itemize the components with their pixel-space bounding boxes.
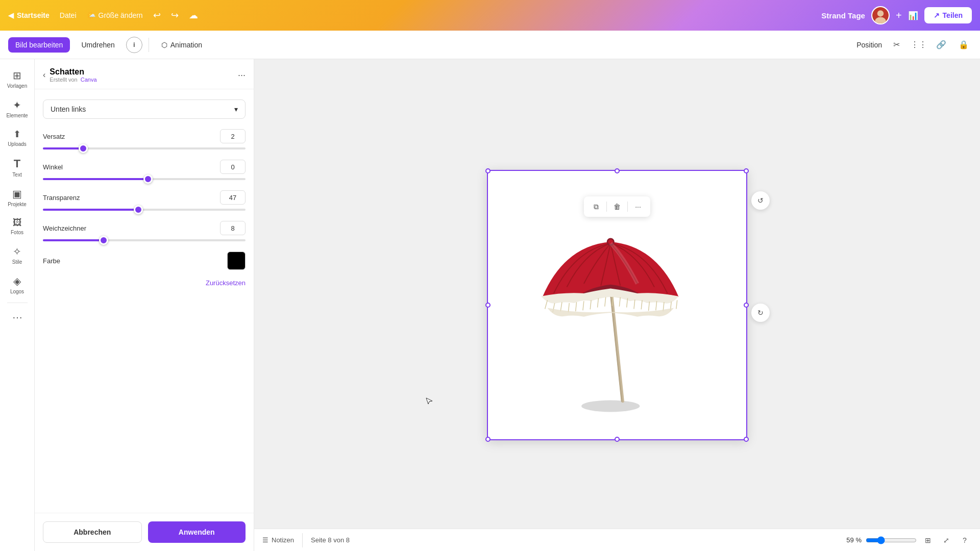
link-icon[interactable]: 🔗 xyxy=(933,37,949,53)
sun-icon: 🌤️ xyxy=(87,11,95,19)
handle-middle-left[interactable] xyxy=(485,303,491,308)
sidebar-item-projekte[interactable]: ▣ Projekte xyxy=(2,184,33,211)
handle-bottom-left[interactable] xyxy=(485,437,491,442)
cursor xyxy=(425,397,433,405)
handle-top-left[interactable] xyxy=(485,168,491,173)
sidebar-divider xyxy=(7,303,28,303)
edit-image-button[interactable]: Bild bearbeiten xyxy=(8,37,70,53)
versatz-slider[interactable] xyxy=(43,147,246,149)
handle-bottom-center[interactable] xyxy=(615,437,620,442)
weichzeichner-slider[interactable] xyxy=(43,239,246,241)
notes-button[interactable]: ☰ Notizen xyxy=(262,536,294,544)
stile-icon: ✧ xyxy=(13,245,21,258)
svg-line-13 xyxy=(619,297,620,307)
panel-title: Schatten xyxy=(50,67,96,77)
flip-button[interactable]: Umdrehen xyxy=(74,37,121,53)
transparenz-slider[interactable] xyxy=(43,209,246,211)
handle-middle-right[interactable] xyxy=(744,303,749,308)
animation-icon: ⬡ xyxy=(161,41,167,49)
cancel-button[interactable]: Abbrechen xyxy=(43,521,142,543)
svg-line-10 xyxy=(598,298,599,308)
fringe-band2 xyxy=(547,308,674,317)
svg-line-15 xyxy=(634,299,635,309)
dropdown-value: Unten links xyxy=(51,105,86,113)
zoom-slider[interactable] xyxy=(866,536,917,544)
grid-view-button[interactable]: ⊞ xyxy=(921,533,935,547)
weichzeichner-row: Weichzeichner 8 xyxy=(43,221,246,241)
toolbar-right: Position ✂ ⋮⋮ 🔗 🔒 xyxy=(856,37,972,53)
more-options-button[interactable]: ··· xyxy=(238,70,246,81)
transparenz-label: Transparenz xyxy=(43,194,80,202)
refresh-button[interactable]: ↺ xyxy=(751,191,770,210)
cloud-save-button[interactable]: ☁ xyxy=(189,10,198,21)
sidebar-item-uploads[interactable]: ⬆ Uploads xyxy=(2,124,33,151)
home-label: Startseite xyxy=(17,11,50,19)
winkel-slider[interactable] xyxy=(43,178,246,180)
lock-icon[interactable]: 🔒 xyxy=(955,37,972,53)
grid-icon[interactable]: ⋮⋮ xyxy=(911,37,927,53)
farbe-row: Farbe xyxy=(43,252,246,270)
apply-button[interactable]: Anwenden xyxy=(148,521,246,543)
status-separator xyxy=(302,533,303,547)
resize-button[interactable]: 🌤️ Größe ändern xyxy=(87,11,143,19)
winkel-value[interactable]: 0 xyxy=(220,160,246,174)
winkel-label: Winkel xyxy=(43,163,63,171)
position-dropdown[interactable]: Unten links ▾ xyxy=(43,99,246,119)
color-swatch[interactable] xyxy=(227,252,246,270)
share-button[interactable]: ↗ Teilen xyxy=(924,7,972,23)
analytics-button[interactable]: 📊 xyxy=(908,11,918,20)
crop-icon[interactable]: ✂ xyxy=(888,37,904,53)
creator-link[interactable]: Canva xyxy=(81,77,97,83)
home-button[interactable]: ◀ Startseite xyxy=(8,11,50,19)
file-menu[interactable]: Datei xyxy=(60,11,77,19)
sidebar: ⊞ Vorlagen ✦ Elemente ⬆ Uploads T Text ▣… xyxy=(0,59,35,551)
uploads-label: Uploads xyxy=(8,141,27,147)
svg-point-2 xyxy=(875,17,886,24)
elemente-label: Elemente xyxy=(6,113,28,118)
undo-button[interactable]: ↩ xyxy=(153,10,161,21)
fullscreen-button[interactable]: ⤢ xyxy=(939,533,953,547)
back-button[interactable]: ‹ xyxy=(43,70,45,80)
notes-label: Notizen xyxy=(272,536,294,544)
panel-body: Unten links ▾ Versatz 2 Winkel 0 xyxy=(35,89,254,513)
versatz-value[interactable]: 2 xyxy=(220,129,246,143)
handle-bottom-right[interactable] xyxy=(744,437,749,442)
handle-top-right[interactable] xyxy=(744,168,749,173)
user-avatar[interactable] xyxy=(871,6,890,24)
sidebar-item-logos[interactable]: ◈ Logos xyxy=(2,271,33,298)
canvas[interactable]: ⧉ 🗑 ··· xyxy=(487,170,747,440)
weichzeichner-value[interactable]: 8 xyxy=(220,221,246,235)
handle-top-center[interactable] xyxy=(615,168,620,173)
reset-button[interactable]: Zurücksetzen xyxy=(206,279,246,287)
transparenz-row: Transparenz 47 xyxy=(43,190,246,211)
svg-line-16 xyxy=(641,300,642,309)
transparenz-value[interactable]: 47 xyxy=(220,190,246,205)
sidebar-item-fotos[interactable]: 🖼 Fotos xyxy=(2,213,33,239)
animation-button[interactable]: ⬡ Animation xyxy=(155,38,208,52)
sidebar-item-elemente[interactable]: ✦ Elemente xyxy=(2,95,33,122)
svg-point-1 xyxy=(877,10,884,16)
logos-label: Logos xyxy=(10,289,24,294)
toolbar-separator xyxy=(149,38,149,52)
uploads-icon: ⬆ xyxy=(13,129,21,140)
sidebar-item-text[interactable]: T Text xyxy=(2,153,33,182)
info-button[interactable]: i xyxy=(126,37,142,53)
versatz-label: Versatz xyxy=(43,133,65,140)
umbrella-image xyxy=(498,202,728,426)
sidebar-item-vorlagen[interactable]: ⊞ Vorlagen xyxy=(2,65,33,93)
sidebar-item-apps[interactable]: ⋯ xyxy=(2,307,33,328)
add-collaborator-button[interactable]: + xyxy=(896,10,902,21)
share-icon: ↗ xyxy=(934,11,940,19)
avatar-image xyxy=(872,6,889,24)
sidebar-item-stile[interactable]: ✧ Stile xyxy=(2,241,33,269)
help-button[interactable]: ? xyxy=(958,533,972,547)
main-layout: ⊞ Vorlagen ✦ Elemente ⬆ Uploads T Text ▣… xyxy=(0,59,980,551)
zoom-controls: 59 % ⊞ ⤢ ? xyxy=(846,533,972,547)
position-button[interactable]: Position xyxy=(856,41,882,49)
rotate-button[interactable]: ↻ xyxy=(751,304,770,322)
svg-line-6 xyxy=(568,303,569,312)
top-bar-right: Strand Tage + 📊 ↗ Teilen xyxy=(821,6,972,24)
redo-button[interactable]: ↪ xyxy=(171,10,179,21)
svg-line-8 xyxy=(583,301,584,310)
svg-line-5 xyxy=(560,302,562,311)
